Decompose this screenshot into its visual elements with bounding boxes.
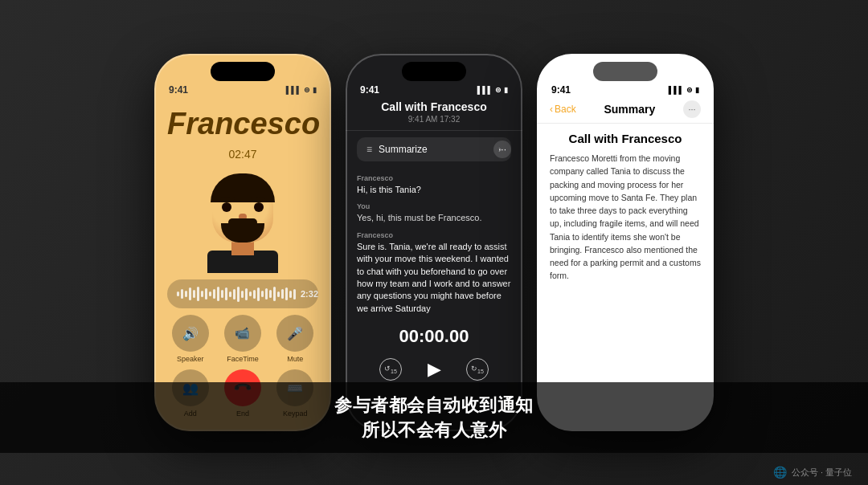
- waveform-bar: [289, 291, 292, 298]
- transcript-header: Call with Francesco 9:41 AM 17:32 ···: [346, 97, 522, 131]
- skip-back-button[interactable]: ↺15: [379, 358, 402, 381]
- mute-control[interactable]: 🎤 Mute: [272, 315, 318, 363]
- watermark: 🌐 公众号 · 量子位: [773, 466, 852, 479]
- status-icons-1: ▌▌▌ ⊜ ▮: [286, 86, 317, 94]
- waveform-bar: [261, 291, 264, 297]
- status-icons-2: ▌▌▌ ⊜ ▮: [477, 86, 508, 94]
- face-head: [212, 177, 273, 243]
- dynamic-island-2: [402, 62, 466, 81]
- status-icons-3: ▌▌▌ ⊜ ▮: [669, 86, 699, 94]
- play-button[interactable]: ▶: [420, 355, 448, 384]
- sender-3: Francesco: [357, 231, 511, 239]
- waveform-bar: [213, 289, 215, 299]
- skip-forward-icon: ↻15: [471, 365, 484, 374]
- text-2: Yes, hi, this must be Francesco.: [357, 212, 511, 224]
- waveform-bar: [285, 287, 288, 300]
- video-icon: 📹: [235, 326, 250, 340]
- more-options-button[interactable]: ···: [493, 141, 511, 158]
- signal-icon-1: ▌▌▌: [286, 86, 301, 94]
- summary-nav-title: Summary: [604, 103, 655, 116]
- mustache: [228, 218, 257, 226]
- battery-icon-1: ▮: [313, 86, 317, 94]
- speaker-circle: 🔊: [172, 315, 209, 352]
- back-button[interactable]: ‹ Back: [550, 104, 576, 115]
- waveform-bar: [181, 289, 183, 299]
- avatar: [199, 169, 287, 273]
- waveform-bar: [257, 287, 260, 301]
- phone-3-summary: 9:41 ▌▌▌ ⊜ ▮ ‹ Back Summary ··· Call wit…: [537, 54, 714, 431]
- waveform-bar: [217, 287, 219, 301]
- phone-1-active-call: 9:41 ▌▌▌ ⊜ ▮ Francesco 02:47: [154, 54, 331, 431]
- message-2: You Yes, hi, this must be Francesco.: [357, 202, 511, 224]
- chevron-left-icon: ‹: [550, 104, 553, 115]
- wifi-icon-2: ⊜: [495, 86, 502, 94]
- waveform-bar: [225, 287, 227, 300]
- back-label: Back: [555, 104, 576, 115]
- waveform-time: 2:32: [301, 289, 318, 299]
- text-1: Hi, is this Tania?: [357, 184, 511, 196]
- waveform-bar: [185, 291, 187, 297]
- waveform: [177, 286, 296, 302]
- waveform-bar: [197, 287, 199, 301]
- summarize-label: Summarize: [379, 144, 428, 155]
- summarize-icon: ≡: [366, 144, 372, 155]
- mute-label: Mute: [287, 355, 303, 363]
- summarize-left: ≡ Summarize: [366, 144, 428, 155]
- summary-more-button[interactable]: ···: [683, 100, 701, 118]
- battery-icon-3: ▮: [695, 86, 699, 94]
- speaker-label: Speaker: [177, 355, 204, 363]
- transcript-subtitle: 9:41 AM 17:32: [358, 115, 510, 124]
- waveform-bar: [189, 287, 191, 300]
- facetime-control[interactable]: 📹 FaceTime: [219, 315, 265, 363]
- waveform-bar: [237, 287, 240, 302]
- eye-right: [254, 202, 264, 212]
- waveform-bar: [201, 291, 203, 297]
- facetime-circle: 📹: [224, 315, 261, 352]
- phone1-content: Francesco 02:47: [154, 107, 331, 418]
- waveform-bar: [177, 291, 179, 296]
- caller-name: Francesco: [167, 107, 318, 141]
- call-duration: 02:47: [167, 148, 318, 161]
- waveform-bar: [253, 290, 256, 299]
- speaker-control[interactable]: 🔊 Speaker: [167, 315, 213, 363]
- waveform-bar: [221, 290, 223, 298]
- dynamic-island-1: [211, 62, 275, 81]
- waveform-bar: [233, 289, 235, 300]
- subtitle-bar: 参与者都会自动收到通知 所以不会有人意外: [0, 382, 868, 453]
- message-3: Francesco Sure is. Tania, we're all read…: [357, 231, 511, 315]
- status-time-1: 9:41: [169, 84, 188, 96]
- waveform-container: 2:32: [167, 279, 318, 308]
- sender-2: You: [357, 202, 511, 210]
- status-bar-2: 9:41 ▌▌▌ ⊜ ▮: [346, 81, 522, 97]
- waveform-bar: [293, 289, 296, 300]
- skip-forward-button[interactable]: ↻15: [466, 358, 489, 381]
- subtitle-line2: 所以不会有人意外: [16, 418, 852, 443]
- text-3: Sure is. Tania, we're all ready to assis…: [357, 241, 511, 315]
- waveform-bar: [209, 291, 211, 296]
- status-bar-1: 9:41 ▌▌▌ ⊜ ▮: [154, 81, 331, 97]
- waveform-bar: [269, 290, 272, 298]
- waveform-bar: [273, 287, 276, 301]
- phone-2-transcript: 9:41 ▌▌▌ ⊜ ▮ Call with Francesco 9:41 AM…: [346, 54, 522, 431]
- watermark-text: 公众号 · 量子位: [792, 467, 852, 479]
- summary-text: Francesco Moretti from the moving compan…: [550, 152, 701, 283]
- waveform-bar: [193, 290, 195, 298]
- wifi-icon-1: ⊜: [304, 86, 310, 94]
- waveform-bar: [241, 291, 244, 298]
- battery-icon-2: ▮: [504, 86, 508, 94]
- mute-circle: 🎤: [276, 315, 313, 352]
- wechat-icon: 🌐: [773, 466, 787, 479]
- dynamic-island-3: [593, 62, 657, 81]
- playback-controls: ↺15 ▶ ↻15: [346, 355, 522, 384]
- summary-content: Call with Francesco Francesco Moretti fr…: [537, 124, 714, 291]
- scene: 9:41 ▌▌▌ ⊜ ▮ Francesco 02:47: [0, 0, 868, 485]
- waveform-bar: [277, 291, 280, 297]
- status-bar-3: 9:41 ▌▌▌ ⊜ ▮: [537, 81, 714, 97]
- summarize-button[interactable]: ≡ Summarize ›: [357, 137, 511, 161]
- avatar-container: [167, 169, 318, 273]
- waveform-bar: [229, 291, 231, 297]
- skip-back-icon: ↺15: [384, 365, 397, 374]
- mute-icon: 🎤: [287, 326, 303, 341]
- waveform-bar: [205, 288, 207, 300]
- waveform-bar: [249, 291, 252, 296]
